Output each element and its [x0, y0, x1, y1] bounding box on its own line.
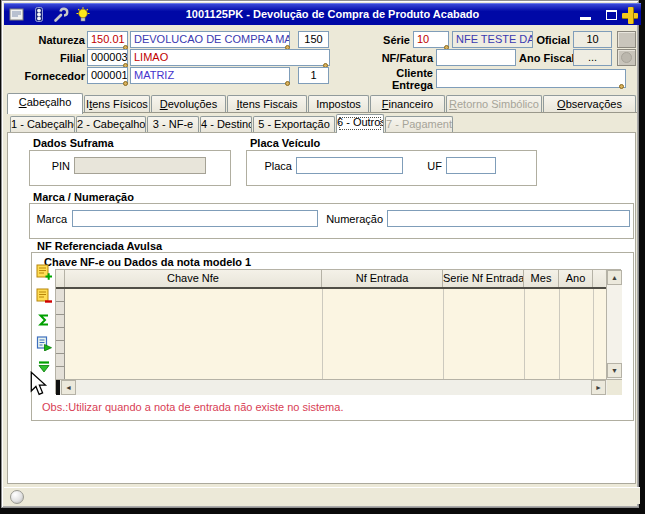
subtab-5-exportacao[interactable]: 5 - Exportação: [253, 116, 335, 132]
grid-body[interactable]: [56, 289, 606, 379]
subtab-7-pagamento: 7 - Pagamento: [385, 116, 453, 132]
sum-icon[interactable]: [36, 312, 52, 328]
maximize-icon[interactable]: [606, 10, 617, 20]
placa-field[interactable]: [296, 157, 403, 174]
natureza-label: Natureza: [10, 34, 85, 46]
column-header-nf-entrada[interactable]: Nf Entrada: [322, 270, 443, 287]
column-header-ano[interactable]: Ano: [559, 270, 593, 287]
window-title: 1001125PK - Devolução de Compra de Produ…: [104, 8, 561, 20]
obs-text: Obs.:Utilizar quando a nota de entrada n…: [42, 401, 343, 413]
numeracao-field[interactable]: [387, 210, 630, 227]
uf-label: UF: [420, 160, 442, 172]
title-bar: 1001125PK - Devolução de Compra de Produ…: [4, 3, 641, 25]
column-header-serie-nf-entrada[interactable]: Serie Nf Entrada: [443, 270, 524, 287]
arrow-right-icon: ►: [595, 384, 602, 391]
scroll-down-button[interactable]: ▼: [607, 363, 622, 378]
serie-desc-field[interactable]: NFE TESTE DANI: [452, 31, 533, 48]
cliente-entrega-field[interactable]: [436, 69, 626, 88]
oficial-button[interactable]: [617, 31, 636, 48]
tab-itens-fiscais[interactable]: Itens Fiscais: [227, 95, 307, 112]
subtab-2-cabecalho[interactable]: 2 - Cabeçalho: [76, 116, 146, 132]
nf-fatura-label: NF/Fatura: [350, 52, 433, 64]
natureza-num-field[interactable]: 150: [298, 31, 329, 48]
oficial-field: 10: [573, 31, 612, 48]
tab-financeiro[interactable]: Financeiro: [370, 95, 445, 112]
oficial-label: Oficial: [534, 34, 570, 46]
delete-row-icon[interactable]: [36, 288, 52, 304]
pin-field: [74, 157, 206, 174]
tab-retorno-simbolico: Retorno Simbólico: [446, 95, 542, 112]
row-selector-column[interactable]: [56, 289, 65, 379]
filial-label: Filial: [10, 52, 85, 64]
copy-row-icon[interactable]: [36, 335, 52, 351]
column-divider: [443, 289, 444, 379]
selector-header-cell: [56, 270, 65, 287]
subtab-6-outros[interactable]: 6 - Outros: [336, 114, 384, 133]
column-divider: [322, 289, 323, 379]
suframa-group-title: Dados Suframa: [31, 137, 116, 149]
tab-itens-fisicos[interactable]: Itens Físicos: [84, 95, 150, 112]
placa-group-title: Placa Veículo: [248, 137, 322, 149]
lookup-magnifier-icon: [619, 84, 624, 89]
cliente-entrega-label: Cliente Entrega: [365, 67, 433, 91]
tab-observacoes[interactable]: Observações: [543, 95, 636, 112]
vertical-scrollbar[interactable]: ▲ ▼: [606, 270, 622, 379]
main-tab-bar: CabeçalhoItens FísicosDevoluçõesItens Fi…: [7, 93, 637, 114]
tab-cabecalho[interactable]: Cabeçalho: [7, 93, 83, 114]
bulb-icon[interactable]: [75, 7, 91, 23]
grid-header-row: Chave NfeNf EntradaSerie Nf EntradaMesAn…: [56, 270, 606, 289]
traffic-light-icon[interactable]: [31, 7, 47, 23]
filial-code-field[interactable]: 000003: [87, 49, 128, 66]
scroll-thumb[interactable]: [56, 380, 60, 395]
arrow-down-icon: ▼: [611, 367, 618, 374]
subtab-1-cabecalho[interactable]: 1 - Cabeçalho: [10, 116, 75, 132]
column-divider: [559, 289, 560, 379]
fornecedor-code-field[interactable]: 000001: [87, 67, 128, 84]
nf-fatura-field[interactable]: [436, 49, 516, 66]
application-window: 1001125PK - Devolução de Compra de Produ…: [0, 0, 645, 514]
marca-field[interactable]: [72, 210, 318, 227]
tab-impostos[interactable]: Impostos: [308, 95, 369, 112]
subtab-3-nf-e[interactable]: 3 - NF-e: [147, 116, 199, 132]
fornecedor-num-field[interactable]: 1: [298, 67, 329, 84]
column-header-mes[interactable]: Mes: [524, 270, 559, 287]
column-header-chave-nfe[interactable]: Chave Nfe: [65, 270, 322, 287]
horizontal-scrollbar[interactable]: ◄ ►: [56, 379, 622, 395]
column-divider: [524, 289, 525, 379]
form-icon[interactable]: [9, 7, 25, 23]
sub-tab-bar: 1 - Cabeçalho2 - Cabeçalho3 - NF-e4 - De…: [10, 114, 454, 133]
nf-ref-grid: Chave NfeNf EntradaSerie Nf EntradaMesAn…: [55, 269, 621, 394]
fornecedor-desc-field[interactable]: MATRIZ: [130, 67, 290, 84]
ano-fiscal-field[interactable]: ...: [573, 49, 612, 66]
scrollbar-corner: [607, 380, 622, 395]
scroll-right-button[interactable]: ►: [591, 380, 606, 395]
lookup-magnifier-icon: [285, 81, 290, 86]
nf-ref-group-title: NF Referenciada Avulsa: [35, 240, 164, 252]
pin-label: PIN: [38, 160, 70, 172]
close-plus-icon[interactable]: [620, 5, 640, 25]
status-ball-button[interactable]: [10, 490, 24, 504]
placa-label: Placa: [252, 160, 292, 172]
marca-label: Marca: [36, 213, 67, 225]
status-bar: [4, 487, 640, 504]
scroll-left-button[interactable]: ◄: [61, 380, 76, 395]
marca-group-title: Marca / Numeração: [31, 191, 136, 203]
serie-label: Série: [350, 34, 410, 46]
column-divider: [593, 289, 594, 379]
scroll-up-button[interactable]: ▲: [607, 270, 622, 285]
numeracao-label: Numeração: [325, 213, 383, 225]
uf-field[interactable]: [446, 157, 496, 174]
natureza-code-field[interactable]: 150.01: [87, 31, 128, 48]
mouse-cursor: [30, 371, 48, 400]
add-row-icon[interactable]: [36, 264, 52, 280]
wrench-icon[interactable]: [53, 7, 69, 23]
fornecedor-label: Fornecedor: [5, 70, 85, 82]
ano-fiscal-button[interactable]: [617, 49, 636, 66]
tab-devolucoes[interactable]: Devoluções: [151, 95, 226, 112]
natureza-desc-field[interactable]: DEVOLUCAO DE COMPRA MAT PRIMA: [130, 31, 290, 48]
arrow-left-icon: ◄: [65, 384, 72, 391]
minimize-icon[interactable]: [580, 17, 591, 20]
filler-header-cell: [593, 270, 605, 287]
subtab-4-destino[interactable]: 4 - Destino: [200, 116, 252, 132]
filial-desc-field[interactable]: LIMAO: [130, 49, 330, 66]
